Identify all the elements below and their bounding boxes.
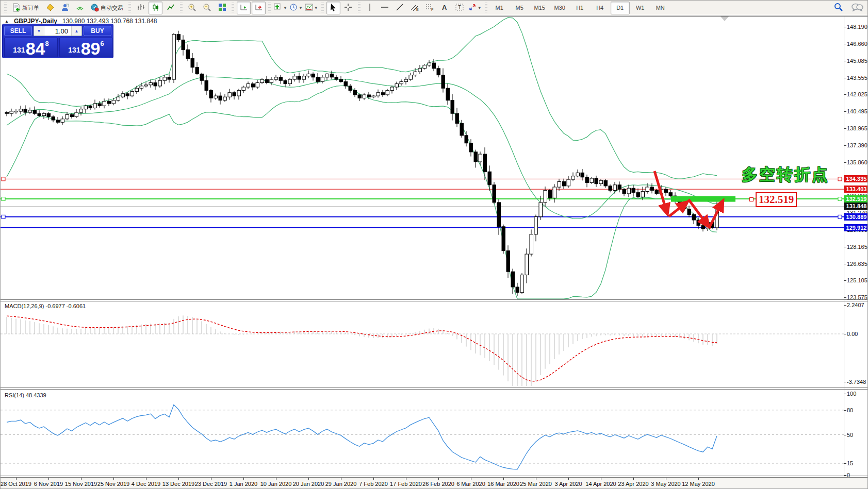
autotrading-button[interactable]: 自动交易 [88,2,126,14]
volume-decrease-button[interactable]: ▼ [34,26,44,36]
chart-shift-marker-icon[interactable] [720,16,729,21]
separator-macd-rsi[interactable] [1,389,868,390]
buy-button[interactable]: BUY [84,26,111,36]
trendline-button[interactable] [393,2,407,14]
new-order-button[interactable]: 新订单 [9,2,42,14]
chat-icon[interactable] [851,2,863,14]
timeframe-m1[interactable]: M1 [490,2,509,14]
fibonacci-icon: F [425,3,434,12]
price-tick [844,44,846,44]
profiles-button[interactable] [43,2,57,14]
date-tick [211,478,211,480]
rsi-tick [844,435,846,435]
arrows-objects-button[interactable]: ▼ [468,2,482,14]
date-label: 14 Apr 2020 [585,481,616,487]
date-label: 3 Apr 2020 [554,481,582,487]
timeframe-mn[interactable]: MN [651,2,670,14]
timeframe-d1[interactable]: D1 [611,2,630,14]
chevron-down-icon: ▼ [283,6,287,10]
timeframe-m5[interactable]: M5 [510,2,529,14]
chart-shift-icon [255,3,263,12]
timeframe-m30[interactable]: M30 [550,2,569,14]
chart-shift-button[interactable] [252,2,266,14]
search-icon[interactable] [833,2,844,14]
toolbar-grip [180,3,183,13]
community-button[interactable] [58,2,72,14]
rsi-label: RSI(14) 48.4339 [5,392,46,398]
sell-price[interactable]: 131 84 8 [4,38,58,57]
buy-price-pips: 89 [81,41,101,56]
macd-label: MACD(12,26,9) -0.6977 -0.6061 [5,303,86,309]
arrows-objects-icon [468,3,477,12]
buy-price-point: 6 [100,40,104,47]
timeframe-m15[interactable]: M15 [530,2,549,14]
horizontal-line-button[interactable] [378,2,392,14]
volume-increase-button[interactable]: ▲ [71,26,81,36]
price-tick-label: 143.555 [847,75,867,81]
date-tick [601,478,601,480]
timeframe-h1[interactable]: H1 [570,2,589,14]
date-label: 28 Oct 2019 [1,481,31,487]
callout-anchor-handle[interactable] [749,197,754,201]
text-label-button[interactable]: T [453,2,467,14]
price-level-tag: 131.848 [844,203,868,210]
zoom-in-button[interactable] [185,2,199,14]
line-chart-button[interactable] [163,2,177,14]
date-tick [666,478,666,480]
price-tick [844,111,846,112]
crosshair-button[interactable] [341,2,355,14]
date-label: 12 May 2020 [682,481,715,487]
buy-price[interactable]: 131 89 6 [59,38,113,57]
tile-windows-button[interactable] [215,2,229,14]
text-button[interactable]: A [438,2,452,14]
equidistant-channel-button[interactable]: E [408,2,422,14]
vertical-line-button[interactable] [363,2,377,14]
svg-text:E: E [416,8,419,11]
zoom-out-button[interactable] [200,2,214,14]
separator-main-macd[interactable] [1,301,868,301]
svg-text:F: F [431,8,433,11]
bar-chart-icon [137,3,145,12]
separator-main-macd[interactable] [1,299,868,300]
periods-button[interactable]: ▼ [289,2,303,14]
auto-scroll-icon [240,3,248,12]
signals-icon [76,3,84,12]
one-click-collapse-icon[interactable]: ▲ [5,19,9,24]
timeframe-w1[interactable]: W1 [631,2,650,14]
signals-button[interactable] [73,2,87,14]
tile-windows-icon [218,3,226,12]
date-tick [308,478,309,480]
auto-scroll-button[interactable] [237,2,251,14]
sell-button[interactable]: SELL [4,26,32,36]
vertical-line-icon [366,3,374,12]
price-tick [844,128,846,129]
price-tick-label: 145.085 [847,58,867,64]
price-tick-label: 146.660 [847,41,867,47]
price-level-tag: 132.519 [844,195,868,203]
price-level-tag: 134.335 [844,175,868,182]
timeframe-h4[interactable]: H4 [591,2,610,14]
separator-macd-rsi[interactable] [1,387,868,388]
date-label: 23 Apr 2020 [618,481,648,487]
volume-input[interactable]: 1.00 [44,26,71,36]
cursor-button[interactable] [326,2,340,14]
date-tick [243,478,244,480]
level-callout-box[interactable]: 132.519 [756,192,797,207]
toolbar-grip [485,3,487,13]
date-tick [503,478,504,480]
date-tick [373,478,374,480]
date-label: 7 Feb 2020 [359,481,388,487]
indicators-button[interactable]: ▼ [273,2,288,14]
fibonacci-button[interactable]: F [423,2,437,14]
profiles-icon [46,3,54,12]
new-order-label: 新订单 [22,4,39,12]
indicators-icon [274,3,282,12]
rsi-tick-label: 15 [847,460,853,466]
date-label: 26 Feb 2020 [422,481,454,487]
candlestick-chart-button[interactable] [149,2,162,14]
bar-chart-button[interactable] [134,2,148,14]
templates-button[interactable]: ▼ [304,2,319,14]
macd-tick [844,305,846,306]
chart-plot-area[interactable] [1,1,868,489]
date-axis[interactable]: 28 Oct 20196 Nov 201915 Nov 201925 Nov 2… [1,478,868,489]
